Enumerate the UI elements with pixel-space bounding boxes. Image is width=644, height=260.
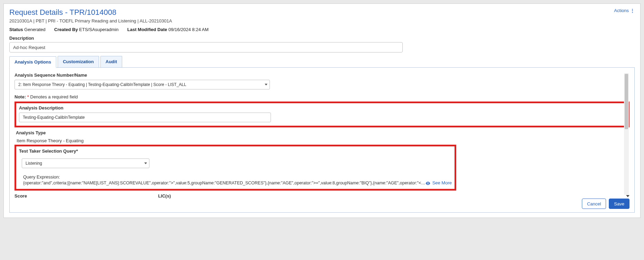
created-by-value: ETS/SAsuperadmin: [79, 27, 118, 32]
analysis-type-value: Item Response Theory - Equating: [14, 137, 630, 145]
eye-icon: [426, 182, 430, 185]
score-label: Score: [14, 193, 27, 199]
page-title: Request Details - TPR/1014008: [9, 8, 208, 17]
status-label: Status: [9, 27, 23, 32]
test-taker-query-highlight: Test Taker Selection Query* Listening Qu…: [14, 145, 456, 191]
chevron-down-icon: [144, 163, 147, 164]
see-more-link[interactable]: See More: [426, 180, 452, 185]
note-text: Denotes a required field: [30, 94, 78, 99]
note-line: Note: * Denotes a required field: [14, 94, 630, 99]
actions-label: Actions: [614, 8, 629, 13]
cancel-button[interactable]: Cancel: [582, 199, 606, 209]
last-modified-value: 09/16/2024 8:24 AM: [168, 27, 208, 32]
actions-menu[interactable]: Actions⋮: [614, 8, 635, 13]
sequence-select-value: 2: Item Response Theory - Equating | Tes…: [18, 82, 186, 87]
note-prefix: Note:: [14, 94, 26, 99]
tab-customization[interactable]: Customization: [58, 56, 99, 67]
analysis-description-highlight: Analysis Description: [14, 102, 630, 127]
analysis-description-input[interactable]: [19, 113, 271, 122]
status-value: Generated: [24, 27, 45, 32]
tab-panel-analysis: Analysis Sequence Number/Name 2: Item Re…: [9, 68, 635, 213]
scrollbar-thumb[interactable]: [625, 74, 628, 129]
sequence-label: Analysis Sequence Number/Name: [14, 73, 630, 78]
required-asterisk: *: [27, 94, 29, 99]
tab-analysis-options[interactable]: Analysis Options: [9, 56, 56, 68]
description-label: Description: [9, 36, 635, 41]
chevron-down-icon: [265, 84, 267, 86]
analysis-type-label: Analysis Type: [14, 130, 630, 135]
page-subtitle: 20210301A | PBT | PRI - TOEFL Primary Re…: [9, 18, 208, 23]
last-modified-label: Last Modified Date: [127, 27, 167, 32]
ttq-select-value: Listening: [26, 161, 42, 166]
scroll-wrap: Analysis Sequence Number/Name 2: Item Re…: [14, 73, 630, 199]
ttq-label: Test Taker Selection Query*: [19, 148, 452, 154]
created-by-label: Created By: [54, 27, 78, 32]
footer-buttons: Cancel Save: [582, 199, 630, 209]
description-input[interactable]: [9, 42, 403, 52]
header-left: Request Details - TPR/1014008 20210301A …: [9, 8, 208, 36]
kebab-icon: ⋮: [630, 8, 635, 13]
tab-bar: Analysis Options Customization Audit: [9, 56, 635, 68]
scrollbar-track[interactable]: [624, 73, 629, 195]
request-details-page: Request Details - TPR/1014008 20210301A …: [3, 3, 641, 218]
analysis-description-label: Analysis Description: [19, 105, 625, 110]
required-asterisk: *: [76, 148, 78, 154]
ttq-select[interactable]: Listening: [22, 158, 149, 168]
query-expression-text: {operator:"and",criteria:[{name:"NAME[LI…: [19, 181, 426, 185]
score-lic-row: Score LIC(s): [14, 193, 630, 199]
query-expression-line: {operator:"and",criteria:[{name:"NAME[LI…: [19, 180, 452, 185]
header-row: Request Details - TPR/1014008 20210301A …: [9, 8, 635, 36]
save-button[interactable]: Save: [609, 199, 630, 209]
collapse-toggle-icon[interactable]: [626, 195, 630, 197]
tab-audit[interactable]: Audit: [100, 56, 122, 67]
sequence-select[interactable]: 2: Item Response Theory - Equating | Tes…: [14, 80, 270, 89]
query-expression-label: Query Expression:: [19, 174, 452, 180]
lic-label: LIC(s): [158, 193, 171, 199]
status-line: Status Generated Created By ETS/SAsupera…: [9, 27, 208, 32]
